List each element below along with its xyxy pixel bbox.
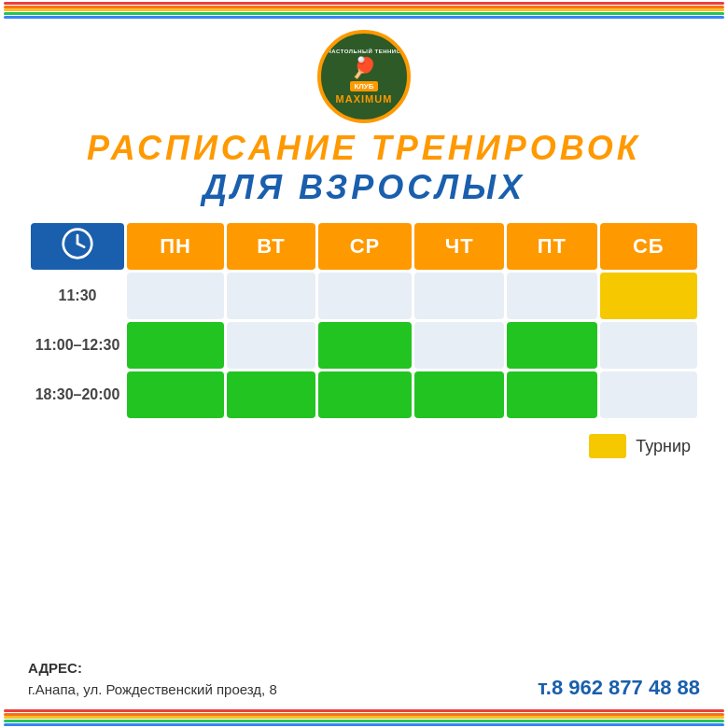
address-block: АДРЕС: г.Анапа, ул. Рождественский проез…: [28, 658, 277, 700]
footer-area: АДРЕС: г.Анапа, ул. Рождественский проез…: [28, 658, 700, 700]
cell-r1-c0: [127, 322, 224, 369]
cell-r0-c1: [227, 273, 315, 319]
rainbow-line-bottom-orange: [4, 713, 724, 716]
svg-line-2: [77, 244, 84, 247]
legend-area: Турнир: [28, 434, 700, 458]
rainbow-line-green: [4, 12, 724, 15]
header-day-pn: ПН: [127, 223, 224, 270]
paddle-emoji: 🏓: [351, 56, 376, 80]
rainbow-line-bottom-yellow: [4, 716, 724, 719]
cell-r0-c2: [318, 273, 413, 319]
logo-circle: НАСТОЛЬНЫЙ ТЕННИС 🏓 КЛУБ MAXIMUM: [317, 30, 411, 123]
rainbow-line-orange: [4, 6, 724, 8]
title-line1: РАСПИСАНИЕ ТРЕНИРОВОК: [87, 129, 641, 168]
cell-r2-c4: [507, 371, 597, 418]
phone-block: т.8 962 877 48 88: [538, 676, 700, 700]
rainbow-line-bottom-blue: [4, 723, 724, 726]
cell-r0-c0: [127, 273, 224, 319]
cell-r2-c0: [127, 371, 224, 418]
cell-r0-c4: [507, 273, 597, 319]
schedule-table: ПН ВТ СР ЧТ ПТ СБ 11:3011:00–12:3018:30–…: [28, 220, 700, 421]
rainbow-line-bottom-red: [4, 709, 724, 712]
header-day-sb: СБ: [600, 223, 697, 270]
logo-top-text: НАСТОЛЬНЫЙ ТЕННИС: [328, 49, 401, 54]
logo-club-label: КЛУБ: [350, 81, 377, 91]
address-label: АДРЕС:: [28, 658, 277, 679]
cell-r1-c4: [507, 322, 597, 369]
cell-r2-c3: [414, 371, 504, 418]
legend-label: Турнир: [636, 437, 691, 456]
cell-r1-c3: [414, 322, 504, 369]
header-day-vt: ВТ: [227, 223, 315, 270]
cell-r0-c5: [600, 273, 697, 319]
time-cell-0: 11:30: [31, 273, 124, 319]
header-day-cht: ЧТ: [414, 223, 504, 270]
header-day-sr: СР: [318, 223, 413, 270]
address-text: г.Анапа, ул. Рождественский проезд, 8: [28, 679, 277, 701]
rainbow-line-yellow: [4, 8, 724, 11]
header-clock: [31, 223, 124, 270]
cell-r2-c1: [227, 371, 315, 418]
cell-r1-c5: [600, 322, 697, 369]
cell-r1-c1: [227, 322, 315, 369]
rainbow-line-red: [4, 2, 724, 5]
logo-area: НАСТОЛЬНЫЙ ТЕННИС 🏓 КЛУБ MAXIMUM: [317, 30, 411, 123]
table-row: 11:30: [31, 273, 697, 319]
time-cell-2: 18:30–20:00: [31, 371, 124, 418]
table-row: 18:30–20:00: [31, 371, 697, 418]
title-area: РАСПИСАНИЕ ТРЕНИРОВОК ДЛЯ ВЗРОСЛЫХ: [87, 129, 641, 207]
legend-box: [589, 434, 626, 458]
cell-r2-c5: [600, 371, 697, 418]
header-day-pt: ПТ: [507, 223, 597, 270]
rainbow-line-blue: [4, 16, 724, 19]
table-row: 11:00–12:30: [31, 322, 697, 369]
cell-r2-c2: [318, 371, 413, 418]
title-line2: ДЛЯ ВЗРОСЛЫХ: [87, 168, 641, 207]
cell-r1-c2: [318, 322, 413, 369]
logo-name: MAXIMUM: [336, 93, 393, 105]
rainbow-line-bottom-green: [4, 720, 724, 722]
time-cell-1: 11:00–12:30: [31, 322, 124, 369]
cell-r0-c3: [414, 273, 504, 319]
